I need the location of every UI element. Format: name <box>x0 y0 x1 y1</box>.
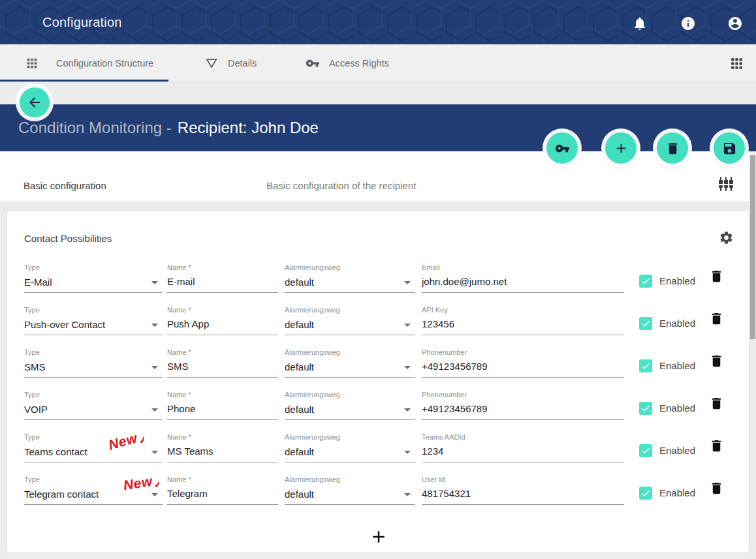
field-label-value: Phonenumber <box>422 348 467 356</box>
contact-value-input[interactable] <box>422 403 624 414</box>
contact-name-input[interactable] <box>167 276 278 287</box>
enabled-checkbox[interactable] <box>639 402 652 415</box>
field-label-value: User Id <box>422 476 445 483</box>
field-label-value: API Key <box>422 306 448 314</box>
field-label-route: Alarmierungsweg <box>285 433 340 441</box>
contact-value-input[interactable] <box>422 276 624 287</box>
contact-value-input[interactable] <box>422 488 624 499</box>
delete-contact-button[interactable] <box>709 487 724 498</box>
alarm-route-select[interactable]: Alarmierungsweg default <box>285 387 415 420</box>
contact-name-input[interactable] <box>167 446 278 457</box>
delete-contact-button[interactable] <box>709 317 724 328</box>
contact-name-input[interactable] <box>167 318 278 329</box>
scrollbar-thumb[interactable] <box>750 155 755 339</box>
chevron-down-icon <box>147 359 163 375</box>
enabled-checkbox[interactable] <box>639 275 652 288</box>
section-subtitle: Basic configuration of the recipient <box>266 180 416 191</box>
chevron-down-icon <box>400 444 415 460</box>
field-label-type: Type <box>24 264 40 271</box>
trash-cell <box>709 260 729 293</box>
app-header: Configuration <box>0 0 756 44</box>
contact-name-input[interactable] <box>167 361 278 372</box>
contact-row: Type Teams contact Name * Alarmierungswe… <box>24 430 733 462</box>
access-key-button[interactable] <box>546 132 578 164</box>
enabled-checkbox[interactable] <box>639 317 652 330</box>
trash-cell <box>709 387 729 420</box>
contact-row: Type SMS Name * Alarmierungsweg default … <box>24 345 733 378</box>
trash-icon <box>665 141 680 156</box>
chevron-down-icon <box>147 444 163 460</box>
contact-type-select[interactable]: Type E-Mail <box>24 260 163 293</box>
contact-name-input[interactable] <box>167 403 278 414</box>
check-icon <box>640 318 651 329</box>
sliders-icon[interactable] <box>718 176 734 192</box>
chevron-down-icon <box>400 487 415 502</box>
scrollbar-track <box>749 152 756 559</box>
contact-value-input[interactable] <box>422 361 624 372</box>
grid-menu-icon[interactable] <box>729 55 745 72</box>
trash-icon <box>709 438 724 453</box>
tab-configuration-structure[interactable]: Configuration Structure <box>25 44 168 82</box>
account-icon[interactable] <box>727 16 743 31</box>
banner-title-prefix: Condition Monitoring - <box>18 119 172 136</box>
contact-type-select[interactable]: Type SMS <box>24 345 163 378</box>
alarm-route-value: default <box>285 489 314 500</box>
save-button[interactable] <box>714 132 745 164</box>
banner-title-highlight: Recipient: John Doe <box>178 119 319 136</box>
back-button[interactable] <box>20 87 50 117</box>
alarm-route-select[interactable]: Alarmierungsweg default <box>285 430 415 462</box>
contact-value-input[interactable] <box>422 318 624 329</box>
contact-value-field: Phonenumber <box>422 345 624 378</box>
arrow-left-icon <box>27 95 42 110</box>
basic-configuration-section: Basic configuration Basic configuration … <box>0 151 749 202</box>
delete-contact-button[interactable] <box>709 402 724 413</box>
enabled-checkbox[interactable] <box>639 444 652 457</box>
contact-possibilities-card: Contact Possibilities Type E-Mail Name *… <box>7 210 749 553</box>
enabled-cell: Enabled <box>639 472 695 505</box>
alarm-route-select[interactable]: Alarmierungsweg default <box>285 472 415 505</box>
card-title: Contact Possibilities <box>24 233 112 244</box>
enabled-checkbox[interactable] <box>639 359 652 372</box>
field-label-route: Alarmierungsweg <box>285 264 340 271</box>
delete-contact-button[interactable] <box>709 275 724 286</box>
field-label-type: Type <box>24 348 40 356</box>
contact-type-select[interactable]: Type Push-over Contact <box>24 303 163 335</box>
alarm-route-select[interactable]: Alarmierungsweg default <box>285 303 415 335</box>
contact-name-field: Name * <box>167 260 278 293</box>
alarm-route-select[interactable]: Alarmierungsweg default <box>285 345 415 378</box>
contact-name-field: Name * <box>167 303 278 335</box>
trash-icon <box>709 311 724 326</box>
delete-button[interactable] <box>657 132 688 164</box>
add-button[interactable] <box>605 132 637 164</box>
key-icon <box>306 56 320 70</box>
add-contact-row <box>7 522 750 551</box>
chevron-down-icon <box>400 275 415 290</box>
check-icon <box>640 361 651 371</box>
field-label-value: Email <box>422 264 440 271</box>
contact-name-field: Name * <box>167 472 278 505</box>
enabled-label: Enabled <box>659 360 695 371</box>
contact-name-input[interactable] <box>167 488 278 499</box>
contact-name-field: Name * <box>167 430 278 462</box>
enabled-cell: Enabled <box>639 303 695 335</box>
delete-contact-button[interactable] <box>709 359 724 370</box>
contact-type-select[interactable]: Type VOIP <box>24 387 163 420</box>
enabled-checkbox[interactable] <box>639 487 652 500</box>
add-contact-button[interactable] <box>369 527 388 547</box>
gear-icon[interactable] <box>719 230 734 245</box>
tab-access-rights[interactable]: Access Rights <box>306 44 389 82</box>
contact-value-input[interactable] <box>422 446 624 457</box>
check-icon <box>640 403 651 414</box>
alarm-route-select[interactable]: Alarmierungsweg default <box>285 260 415 293</box>
trash-cell <box>709 430 729 462</box>
delete-contact-button[interactable] <box>709 444 724 455</box>
bell-icon[interactable] <box>632 16 648 31</box>
info-icon[interactable] <box>680 16 696 31</box>
check-icon <box>640 276 651 286</box>
field-label-name: Name * <box>167 264 191 271</box>
filter-icon <box>204 56 219 70</box>
field-label-route: Alarmierungsweg <box>285 476 340 483</box>
trash-icon <box>709 396 724 411</box>
trash-icon <box>709 269 724 284</box>
tab-details[interactable]: Details <box>204 44 257 82</box>
